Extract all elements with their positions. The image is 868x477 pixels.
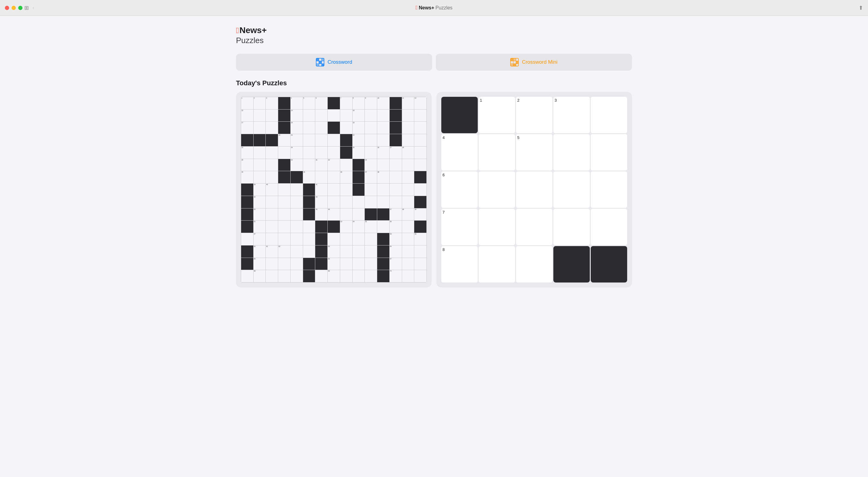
crossword-cell-2-9: 19 bbox=[352, 122, 365, 134]
crossword-cell-13-2 bbox=[266, 258, 278, 270]
crossword-cell-12-7: 63 bbox=[328, 245, 340, 258]
crossword-cell-10-10: 55 bbox=[365, 220, 377, 233]
tab-crossword-mini[interactable]: Crossword Mini bbox=[436, 54, 632, 71]
crossword-cell-4-8 bbox=[340, 146, 352, 159]
crossword-cell-6-11: 38 bbox=[377, 171, 390, 183]
crossword-cell-0-5: 5 bbox=[303, 97, 315, 109]
crossword-cell-1-9: 16 bbox=[352, 109, 365, 122]
crossword-cell-8-13 bbox=[402, 196, 414, 208]
crossword-cell-10-7 bbox=[328, 220, 340, 233]
brand-subtitle-text: Puzzles bbox=[236, 36, 632, 45]
tab-bar: Crossword Crossword Mini bbox=[236, 54, 632, 71]
crossword-cell-7-1: 39 bbox=[254, 183, 266, 196]
maximize-button[interactable] bbox=[18, 6, 23, 10]
crossword-card[interactable]: 1234567891011121314161718192021222324252… bbox=[236, 92, 432, 287]
crossword-cell-2-8 bbox=[340, 122, 352, 134]
crossword-cell-2-0: 17 bbox=[241, 122, 253, 134]
crossword-cell-4-12: 27 bbox=[390, 146, 402, 159]
crossword-cell-14-1: 68 bbox=[254, 270, 266, 282]
crossword-cell-12-1: 60 bbox=[254, 245, 266, 258]
crossword-cell-3-13 bbox=[402, 134, 414, 146]
crossword-cell-0-1: 2 bbox=[254, 97, 266, 109]
crossword-cell-9-0 bbox=[241, 208, 253, 220]
minimize-button[interactable] bbox=[11, 6, 16, 10]
crossword-cell-10-6 bbox=[315, 220, 328, 233]
crossword-cell-0-10: 9 bbox=[365, 97, 377, 109]
mini-grid: 12345678 bbox=[441, 97, 627, 282]
mini-cell-0-2: 2 bbox=[516, 97, 553, 133]
mini-cell-1-3 bbox=[553, 134, 590, 171]
crossword-cell-7-6: 41 bbox=[315, 183, 328, 196]
crossword-cell-0-6: 6 bbox=[315, 97, 328, 109]
crossword-cell-3-9: 22 bbox=[352, 134, 365, 146]
crossword-cell-5-3 bbox=[278, 159, 290, 171]
mini-cell-4-1 bbox=[478, 246, 515, 282]
crossword-cell-8-12 bbox=[390, 196, 402, 208]
crossword-cell-2-14 bbox=[414, 122, 426, 134]
svg-rect-18 bbox=[510, 64, 513, 66]
crossword-cell-8-0 bbox=[241, 196, 253, 208]
crossword-cell-13-7: 66 bbox=[328, 258, 340, 270]
crossword-cell-12-10 bbox=[365, 245, 377, 258]
crossword-cell-9-9 bbox=[352, 208, 365, 220]
mini-crossword-card[interactable]: 12345678 bbox=[436, 92, 632, 287]
crossword-cell-2-10 bbox=[365, 122, 377, 134]
crossword-cell-11-0 bbox=[241, 233, 253, 245]
titlebar-share-icon[interactable]: ⬆ bbox=[859, 5, 863, 11]
crossword-cell-10-12: 56 bbox=[390, 220, 402, 233]
crossword-cell-8-3 bbox=[278, 196, 290, 208]
crossword-cell-7-4 bbox=[291, 183, 303, 196]
crossword-cell-3-11 bbox=[377, 134, 390, 146]
mini-cell-0-3: 3 bbox=[553, 97, 590, 133]
crossword-cell-14-3 bbox=[278, 270, 290, 282]
crossword-cell-13-14 bbox=[414, 258, 426, 270]
crossword-cell-11-1: 57 bbox=[254, 233, 266, 245]
crossword-cell-9-1: 44 bbox=[254, 208, 266, 220]
crossword-cell-10-0 bbox=[241, 220, 253, 233]
crossword-cell-12-8 bbox=[340, 245, 352, 258]
crossword-cell-11-12: 58 bbox=[390, 233, 402, 245]
crossword-cell-0-7 bbox=[328, 97, 340, 109]
svg-rect-15 bbox=[510, 58, 513, 61]
crossword-cell-0-2: 3 bbox=[266, 97, 278, 109]
crossword-cell-2-4: 18 bbox=[291, 122, 303, 134]
crossword-cell-0-11: 10 bbox=[377, 97, 390, 109]
mini-cell-4-0: 8 bbox=[441, 246, 478, 282]
brand-apple-icon:  bbox=[236, 26, 239, 35]
close-button[interactable] bbox=[5, 6, 9, 10]
crossword-cell-1-0: 13 bbox=[241, 109, 253, 122]
crossword-cell-8-4 bbox=[291, 196, 303, 208]
crossword-cell-5-11 bbox=[377, 159, 390, 171]
crossword-mini-icon bbox=[510, 58, 519, 66]
svg-rect-7 bbox=[319, 61, 322, 64]
sidebar-toggle-icon[interactable]: ⊞ bbox=[24, 5, 29, 11]
crossword-cell-4-2 bbox=[266, 146, 278, 159]
crossword-cell-4-9: 25 bbox=[352, 146, 365, 159]
crossword-cell-5-14 bbox=[414, 159, 426, 171]
crossword-cell-10-9: 54 bbox=[352, 220, 365, 233]
crossword-cell-7-2: 40 bbox=[266, 183, 278, 196]
crossword-cell-13-1: 65 bbox=[254, 258, 266, 270]
mini-cell-0-0 bbox=[441, 97, 478, 133]
crossword-cell-2-13 bbox=[402, 122, 414, 134]
tab-crossword[interactable]: Crossword bbox=[236, 54, 432, 71]
apple-logo-icon:  bbox=[415, 5, 417, 11]
crossword-cell-7-3 bbox=[278, 183, 290, 196]
crossword-cell-11-6 bbox=[315, 233, 328, 245]
crossword-cell-12-14 bbox=[414, 245, 426, 258]
crossword-cell-14-4 bbox=[291, 270, 303, 282]
crossword-cell-9-4 bbox=[291, 208, 303, 220]
crossword-cell-3-4: 21 bbox=[291, 134, 303, 146]
back-icon[interactable]: ‹ bbox=[32, 5, 34, 11]
crossword-cell-8-14 bbox=[414, 196, 426, 208]
crossword-cell-9-13: 48 bbox=[402, 208, 414, 220]
crossword-cell-10-1: 51 bbox=[254, 220, 266, 233]
crossword-cell-3-5 bbox=[303, 134, 315, 146]
crossword-cell-8-7 bbox=[328, 196, 340, 208]
crossword-cell-8-1: 42 bbox=[254, 196, 266, 208]
crossword-cell-9-3 bbox=[278, 208, 290, 220]
crossword-cell-10-11 bbox=[377, 220, 390, 233]
crossword-cell-11-11 bbox=[377, 233, 390, 245]
crossword-cell-13-3 bbox=[278, 258, 290, 270]
crossword-cell-14-8 bbox=[340, 270, 352, 282]
